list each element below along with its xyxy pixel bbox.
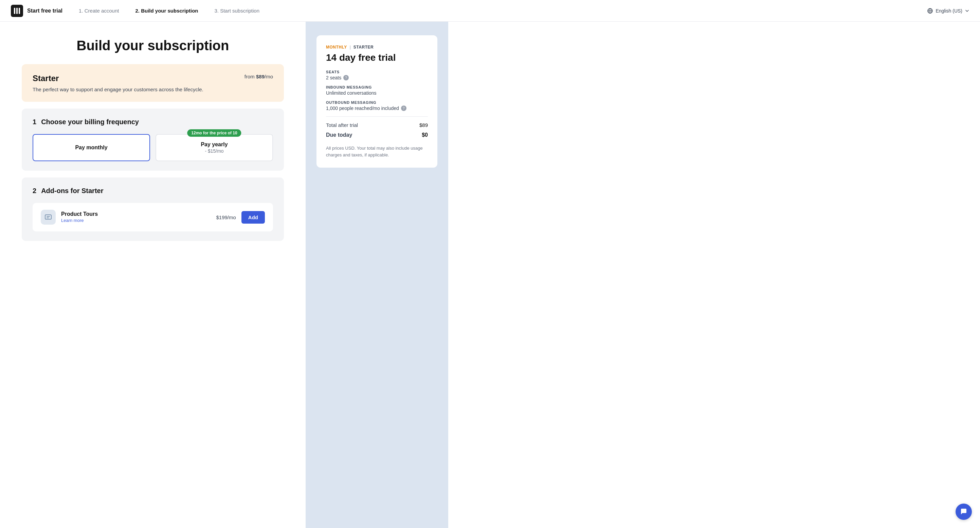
billing-options: Pay monthly 12mo for the price of 10 Pay… [33,134,273,161]
outbound-value: 1,000 people reached/mo included ? [326,106,428,111]
summary-note: All prices USD. Your total may also incl… [326,145,428,158]
due-today-row: Due today $0 [326,132,428,138]
total-after-trial-value: $89 [419,122,428,128]
addons-section: 2 Add-ons for Starter Product Tours Lear… [22,178,284,241]
starter-header: Starter from $89/mo [33,74,273,83]
step-start-subscription: 3. Start subscription [214,8,259,14]
total-after-trial-label: Total after trial [326,122,358,128]
label-monthly: MONTHLY [326,45,347,49]
addon-name: Product Tours [61,211,210,217]
summary-plan-label: MONTHLY | STARTER [326,45,428,49]
pay-yearly-option[interactable]: 12mo for the price of 10 Pay yearly - $1… [156,134,273,161]
summary-title: 14 day free trial [326,52,428,63]
label-starter: STARTER [353,45,374,49]
pay-monthly-label: Pay monthly [75,144,107,151]
due-today-label: Due today [326,132,352,138]
summary-card: MONTHLY | STARTER 14 day free trial SEAT… [317,35,438,168]
inbound-value: Unlimited conversations [326,90,428,96]
price-suffix: /mo [264,74,273,79]
addon-price: $199/mo [216,214,235,220]
seats-label: SEATS [326,70,428,74]
seats-count: 2 seats [326,75,341,81]
inbound-section: INBOUND MESSAGING Unlimited conversation… [326,85,428,96]
step-create-account: 1. Create account [79,8,119,14]
language-selector[interactable]: English (US) [928,8,969,14]
total-after-trial-row: Total after trial $89 [326,122,428,128]
inbound-label: INBOUND MESSAGING [326,85,428,89]
step-build-subscription: 2. Build your subscription [135,8,198,14]
addon-product-tours: Product Tours Learn more $199/mo Add [33,203,273,231]
billing-section: 1 Choose your billing frequency Pay mont… [22,109,284,171]
svg-rect-0 [14,8,15,14]
starter-card: Starter from $89/mo The perfect way to s… [22,64,284,102]
tours-svg-icon [44,213,52,221]
addon-info: Product Tours Learn more [61,211,210,223]
svg-rect-6 [45,215,51,219]
page-title: Build your subscription [22,38,284,53]
addons-section-header: 2 Add-ons for Starter [33,187,273,195]
header: Start free trial 1. Create account 2. Bu… [0,0,980,22]
svg-rect-1 [16,8,18,14]
logo-icon [11,5,23,17]
summary-divider [326,116,428,117]
svg-rect-2 [19,8,20,14]
left-content: Build your subscription Starter from $89… [0,22,305,528]
main-layout: Build your subscription Starter from $89… [0,22,980,528]
brand-label: Start free trial [27,8,62,14]
chat-icon [960,508,967,515]
billing-section-title: Choose your billing frequency [41,118,139,126]
addon-right: $199/mo Add [216,211,265,224]
billing-section-number: 1 [33,118,37,126]
addons-section-title: Add-ons for Starter [41,187,103,195]
seats-help-icon[interactable]: ? [343,75,349,81]
chat-button[interactable] [956,504,972,520]
yearly-badge: 12mo for the price of 10 [187,129,241,137]
starter-name: Starter [33,74,59,83]
starter-description: The perfect way to support and engage yo… [33,87,273,92]
label-divider: | [350,45,351,49]
billing-section-header: 1 Choose your billing frequency [33,118,273,126]
pay-yearly-sub: - $15/mo [205,148,223,154]
seats-value: 2 seats ? [326,75,428,81]
price-value: $89 [256,74,264,79]
steps-nav: 1. Create account 2. Build your subscrip… [79,8,928,14]
pay-monthly-option[interactable]: Pay monthly [33,134,150,161]
outbound-label: OUTBOUND MESSAGING [326,100,428,105]
right-sidebar: MONTHLY | STARTER 14 day free trial SEAT… [305,22,448,528]
outbound-text: 1,000 people reached/mo included [326,106,399,111]
chevron-down-icon [965,9,969,13]
addon-learn-more-link[interactable]: Learn more [61,218,84,223]
starter-price: from $89/mo [245,74,273,79]
logo-area: Start free trial [11,5,62,17]
addons-section-number: 2 [33,187,37,195]
outbound-help-icon[interactable]: ? [401,106,406,111]
outbound-section: OUTBOUND MESSAGING 1,000 people reached/… [326,100,428,111]
addon-add-button[interactable]: Add [242,211,265,224]
seats-section: SEATS 2 seats ? [326,70,428,81]
globe-icon [928,8,933,14]
language-label: English (US) [935,8,963,14]
pay-yearly-label: Pay yearly [201,141,228,147]
product-tours-icon [41,210,56,225]
price-prefix: from [245,74,256,79]
due-today-value: $0 [422,132,428,138]
